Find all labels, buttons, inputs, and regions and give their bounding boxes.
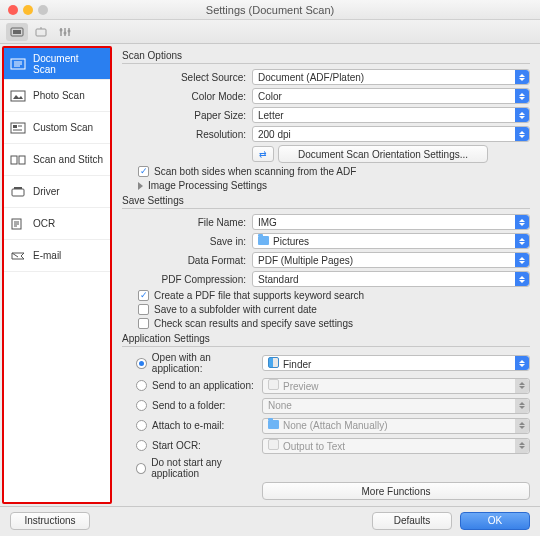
svg-rect-17: [13, 125, 17, 128]
chevron-updown-icon: [515, 253, 529, 267]
section-save-settings: Save Settings: [122, 195, 530, 209]
sidebar-item-email[interactable]: E-mail: [4, 240, 110, 272]
save-subfolder-checkbox[interactable]: [138, 304, 149, 315]
send-to-folder-label: Send to a folder:: [152, 400, 225, 411]
scan-stitch-icon: [10, 153, 26, 167]
chevron-updown-icon: [515, 234, 529, 248]
save-subfolder-label: Save to a subfolder with current date: [154, 304, 317, 315]
more-functions-button[interactable]: More Functions: [262, 482, 530, 500]
chevron-updown-icon: [515, 272, 529, 286]
folder-icon: [268, 420, 279, 429]
document-scan-icon: [10, 57, 26, 71]
sidebar-item-custom-scan[interactable]: Custom Scan: [4, 112, 110, 144]
chevron-updown-icon: [515, 419, 529, 433]
svg-rect-23: [14, 187, 22, 189]
email-icon: [10, 249, 26, 263]
toolbar-scan-from-panel-icon[interactable]: [30, 23, 52, 41]
chevron-updown-icon: [515, 399, 529, 413]
toolbar: [0, 20, 540, 44]
color-mode-dropdown[interactable]: Color: [252, 88, 530, 104]
save-in-dropdown[interactable]: Pictures: [252, 233, 530, 249]
sidebar-item-label: Photo Scan: [33, 90, 85, 101]
file-name-label: File Name:: [122, 217, 252, 228]
sidebar-item-label: Scan and Stitch: [33, 154, 103, 165]
sidebar-item-photo-scan[interactable]: Photo Scan: [4, 80, 110, 112]
start-ocr-dropdown: Output to Text: [262, 438, 530, 454]
resolution-label: Resolution:: [122, 129, 252, 140]
start-ocr-radio[interactable]: [136, 440, 147, 451]
color-mode-label: Color Mode:: [122, 91, 252, 102]
select-source-label: Select Source:: [122, 72, 252, 83]
photo-scan-icon: [10, 89, 26, 103]
save-in-label: Save in:: [122, 236, 252, 247]
svg-rect-21: [19, 156, 25, 164]
pdf-compression-dropdown[interactable]: Standard: [252, 271, 530, 287]
defaults-button[interactable]: Defaults: [372, 512, 452, 530]
open-with-dropdown[interactable]: Finder: [262, 355, 530, 371]
sidebar-item-label: E-mail: [33, 250, 61, 261]
resolution-dropdown[interactable]: 200 dpi: [252, 126, 530, 142]
send-to-folder-dropdown: None: [262, 398, 530, 414]
toolbar-scan-from-computer-icon[interactable]: [6, 23, 28, 41]
orientation-settings-button[interactable]: Document Scan Orientation Settings...: [278, 145, 488, 163]
section-app-settings: Application Settings: [122, 333, 530, 347]
chevron-updown-icon: [515, 379, 529, 393]
scan-both-sides-checkbox[interactable]: [138, 166, 149, 177]
create-pdf-label: Create a PDF file that supports keyword …: [154, 290, 364, 301]
open-with-radio[interactable]: [136, 358, 147, 369]
send-to-folder-radio[interactable]: [136, 400, 147, 411]
svg-point-8: [64, 31, 67, 34]
section-scan-options: Scan Options: [122, 50, 530, 64]
send-to-app-radio[interactable]: [136, 380, 147, 391]
do-not-start-label: Do not start any application: [151, 457, 262, 479]
attach-email-radio[interactable]: [136, 420, 147, 431]
paper-size-dropdown[interactable]: Letter: [252, 107, 530, 123]
sidebar-item-driver[interactable]: Driver: [4, 176, 110, 208]
data-format-dropdown[interactable]: PDF (Multiple Pages): [252, 252, 530, 268]
send-to-app-label: Send to an application:: [152, 380, 254, 391]
driver-icon: [10, 185, 26, 199]
do-not-start-radio[interactable]: [136, 463, 146, 474]
sidebar-item-ocr[interactable]: OCR: [4, 208, 110, 240]
custom-scan-icon: [10, 121, 26, 135]
content-area: Scan Options Select Source: Document (AD…: [114, 44, 540, 506]
create-pdf-checkbox[interactable]: [138, 290, 149, 301]
svg-rect-20: [11, 156, 17, 164]
check-results-label: Check scan results and specify save sett…: [154, 318, 353, 329]
image-processing-disclosure[interactable]: Image Processing Settings: [122, 180, 530, 191]
orientation-icon-button[interactable]: ⇄: [252, 146, 274, 162]
chevron-updown-icon: [515, 89, 529, 103]
sidebar-item-document-scan[interactable]: Document Scan: [4, 48, 110, 80]
chevron-updown-icon: [515, 108, 529, 122]
select-source-dropdown[interactable]: Document (ADF/Platen): [252, 69, 530, 85]
ocr-icon: [10, 217, 26, 231]
send-to-app-dropdown: Preview: [262, 378, 530, 394]
sidebar-item-scan-and-stitch[interactable]: Scan and Stitch: [4, 144, 110, 176]
finder-icon: [268, 357, 279, 368]
pdf-compression-label: PDF Compression:: [122, 274, 252, 285]
chevron-updown-icon: [515, 215, 529, 229]
sidebar: Document Scan Photo Scan Custom Scan Sca…: [2, 46, 112, 504]
triangle-right-icon: [138, 182, 143, 190]
chevron-updown-icon: [515, 439, 529, 453]
svg-rect-2: [36, 29, 46, 36]
check-results-checkbox[interactable]: [138, 318, 149, 329]
ok-button[interactable]: OK: [460, 512, 530, 530]
svg-rect-1: [13, 30, 21, 34]
sidebar-item-label: Driver: [33, 186, 60, 197]
open-with-label: Open with an application:: [152, 352, 262, 374]
text-icon: [268, 439, 279, 450]
svg-point-7: [60, 28, 63, 31]
chevron-updown-icon: [515, 70, 529, 84]
file-name-field[interactable]: IMG: [252, 214, 530, 230]
sidebar-item-label: Custom Scan: [33, 122, 93, 133]
sidebar-item-label: OCR: [33, 218, 55, 229]
footer: Instructions Defaults OK: [0, 506, 540, 534]
window-title: Settings (Document Scan): [0, 4, 540, 16]
sidebar-item-label: Document Scan: [33, 53, 104, 75]
toolbar-general-settings-icon[interactable]: [54, 23, 76, 41]
preview-icon: [268, 379, 279, 390]
svg-rect-22: [12, 189, 24, 196]
instructions-button[interactable]: Instructions: [10, 512, 90, 530]
titlebar: Settings (Document Scan): [0, 0, 540, 20]
